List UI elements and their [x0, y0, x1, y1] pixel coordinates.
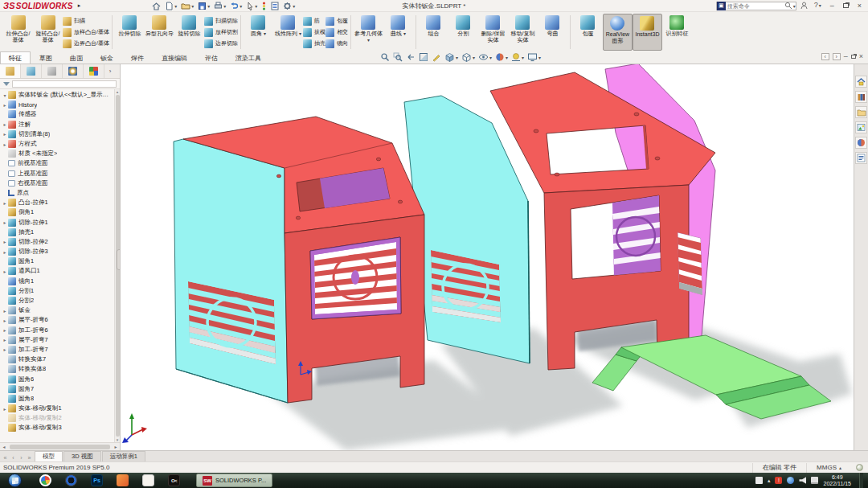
intersect-item[interactable]: 相交 — [326, 27, 348, 37]
tree-item[interactable]: ▸展平-折弯7 — [0, 335, 114, 345]
performance-icon[interactable] — [260, 1, 268, 11]
tree-filter-input[interactable] — [12, 80, 117, 88]
swept-cut-item[interactable]: 扫描切除 — [204, 16, 238, 26]
reference-geometry-button[interactable]: 参考几何体 ▾ — [354, 14, 383, 51]
zoom-to-fit-icon[interactable] — [379, 52, 391, 62]
tree-item[interactable]: 前视基准面 — [0, 158, 114, 168]
tray-expand-icon[interactable]: ▴ — [768, 478, 771, 484]
tab-surfaces[interactable]: 曲面 — [61, 51, 92, 64]
tab-sheet-metal[interactable]: 钣金 — [92, 51, 122, 64]
shell-item[interactable]: 抽壳 — [303, 39, 326, 48]
doc-minimize-icon[interactable]: – — [844, 53, 848, 60]
capture-app-icon[interactable] — [142, 474, 154, 486]
new-document-button[interactable]: ▾ — [164, 1, 178, 11]
tree-item[interactable]: 圆角6 — [0, 374, 114, 383]
tree-item[interactable]: ▸凸台-拉伸1 — [0, 198, 114, 207]
help-button[interactable]: ?▾ — [812, 2, 824, 10]
appearances-scenes-icon[interactable] — [855, 137, 867, 149]
search-scope-icon[interactable]: ▣ — [717, 2, 726, 10]
tree-item[interactable]: 上视基准面 — [0, 169, 114, 178]
tab-features[interactable]: 特征 — [0, 51, 31, 64]
section-view-icon[interactable] — [418, 52, 429, 62]
tree-item[interactable]: 转换实体8 — [0, 364, 114, 374]
photoshop-app-icon[interactable]: Ps — [91, 474, 103, 486]
doc-next-icon[interactable]: › — [833, 53, 841, 60]
tree-item[interactable]: ▸History — [0, 100, 114, 109]
realview-toggle[interactable]: RealView图形 — [603, 14, 633, 51]
tab-direct-editing[interactable]: 直接编辑 — [153, 51, 196, 64]
recognize-features-button[interactable]: 识别特征 — [662, 14, 692, 51]
configuration-manager-tab[interactable] — [42, 64, 63, 78]
tree-item[interactable]: 转换实体7 — [0, 355, 114, 364]
boundary-cut-item[interactable]: 边界切除 — [204, 39, 238, 48]
tree-root-item[interactable]: ▾实体转钣金 (默认<<默认>_显示状态 — [0, 90, 114, 100]
browser-app-icon[interactable] — [39, 474, 51, 486]
hole-wizard-button[interactable]: 异型孔向导 — [145, 14, 174, 51]
linear-pattern-button[interactable]: 线性阵列 ▾ — [273, 14, 303, 51]
tree-item[interactable]: 分割2 — [0, 296, 114, 306]
edit-appearance-icon[interactable]: ▾ — [494, 52, 509, 62]
tree-item[interactable]: 传感器 — [0, 109, 114, 119]
panel-tabs-overflow-icon[interactable]: › — [104, 64, 116, 78]
dimxpert-manager-tab[interactable] — [63, 64, 84, 78]
display-style-icon[interactable]: ▾ — [461, 52, 476, 62]
design-library-icon[interactable] — [855, 91, 867, 103]
graphics-area[interactable] — [121, 64, 854, 450]
media-app-icon[interactable] — [65, 474, 77, 486]
apply-scene-icon[interactable]: ▾ — [510, 52, 525, 62]
tree-item[interactable]: 材质 <未指定> — [0, 149, 114, 158]
model-green-sheet[interactable] — [592, 335, 831, 419]
lofted-cut-item[interactable]: 放样切割 — [204, 27, 238, 37]
view-palette-icon[interactable] — [855, 121, 867, 133]
split-button[interactable]: 分割 — [448, 14, 478, 51]
wrap-item[interactable]: 包覆 — [326, 16, 348, 26]
save-button[interactable]: ▾ — [197, 1, 211, 11]
print-button[interactable]: ▾ — [213, 1, 227, 11]
boundary-boss-item[interactable]: 边界凸台/基体 — [63, 39, 109, 48]
tree-item[interactable]: ▸实体-移动/复制1 — [0, 404, 114, 413]
curves-button[interactable]: 曲线 ▾ — [383, 14, 413, 51]
command-search[interactable]: ▣ ▾ — [716, 2, 796, 10]
doc-restore-icon[interactable] — [851, 55, 856, 59]
tree-item[interactable]: ▸方程式 — [0, 139, 114, 149]
home-button[interactable] — [151, 1, 162, 11]
tree-item[interactable]: ▸加工-折弯6 — [0, 326, 114, 335]
tree-item[interactable]: ▸切除-拉伸1 — [0, 217, 114, 227]
orange-app-icon[interactable] — [117, 474, 129, 486]
task-list-icon[interactable] — [270, 1, 280, 11]
delete-keep-body-button[interactable]: 删除/保留实体 — [478, 14, 508, 51]
extruded-cut-button[interactable]: 拉伸切除 — [115, 14, 145, 51]
tab-evaluate[interactable]: 评估 — [196, 51, 227, 64]
solidworks-taskbar-button[interactable]: SW SOLIDWORKS P... — [196, 474, 272, 487]
dark-app-icon[interactable]: O< — [168, 474, 180, 486]
tree-item[interactable]: 右视基准面 — [0, 178, 114, 188]
hide-show-items-icon[interactable]: ▾ — [477, 52, 493, 62]
view-settings-icon[interactable]: ▾ — [526, 52, 542, 62]
annotation-view-icon[interactable] — [431, 52, 442, 62]
tree-item[interactable]: 圆角1 — [0, 256, 114, 266]
tab-render-tools[interactable]: 渲染工具 — [227, 51, 270, 64]
tree-item[interactable]: 倒角1 — [0, 207, 114, 217]
tree-item[interactable]: ▸切除-拉伸2 — [0, 237, 114, 247]
feature-tree-tab[interactable] — [0, 64, 21, 78]
tab-sketch[interactable]: 草图 — [31, 51, 61, 64]
keyboard-tray-icon[interactable] — [755, 477, 763, 484]
swept-boss-item[interactable]: 扫描 — [63, 16, 109, 26]
draft-item[interactable]: 拔模 — [303, 27, 326, 37]
close-button[interactable]: × — [855, 2, 864, 10]
tree-item[interactable]: 分割1 — [0, 286, 114, 296]
doc-close-icon[interactable]: × — [859, 53, 863, 60]
wrap-button[interactable]: 包覆 — [573, 14, 603, 51]
tree-item[interactable]: ▸加工-折弯7 — [0, 345, 114, 355]
search-caret-icon[interactable]: ▾ — [793, 3, 796, 9]
tree-item[interactable]: ▸注解 — [0, 120, 114, 129]
doc-prev-icon[interactable]: ‹ — [821, 53, 829, 60]
move-copy-body-button[interactable]: 移动/复制实体 — [508, 14, 538, 51]
tree-item[interactable]: ▸切割清单(8) — [0, 129, 114, 139]
open-button[interactable]: ▾ — [180, 1, 194, 11]
flex-button[interactable]: 弯曲 — [538, 14, 567, 51]
zoom-to-area-icon[interactable] — [392, 52, 403, 62]
taskbar-clock[interactable]: 6:492022/11/15 — [823, 474, 851, 487]
search-icon[interactable] — [784, 2, 792, 10]
network-tray-icon[interactable] — [811, 477, 818, 484]
